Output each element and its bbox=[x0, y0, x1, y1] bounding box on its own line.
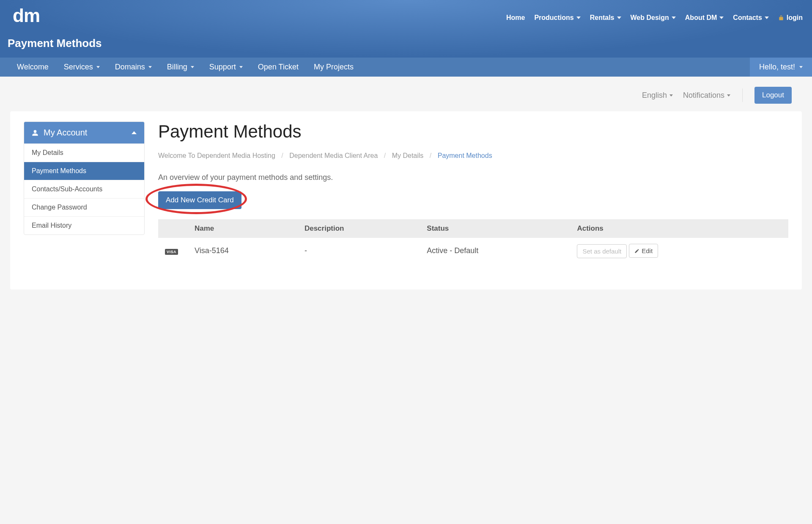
breadcrumb-item[interactable]: My Details bbox=[392, 152, 424, 159]
card-name: Visa-5164 bbox=[188, 238, 298, 264]
divider bbox=[742, 88, 743, 102]
nav-contacts[interactable]: Contacts bbox=[733, 14, 768, 22]
nav-my-projects[interactable]: My Projects bbox=[314, 63, 354, 72]
sidebar-header[interactable]: My Account bbox=[24, 122, 144, 143]
add-credit-card-button[interactable]: Add New Credit Card bbox=[158, 191, 241, 209]
top-header: dm Home Productions Rentals Web Design A… bbox=[0, 0, 812, 58]
nav-rentals[interactable]: Rentals bbox=[590, 14, 621, 22]
table-header-status: Status bbox=[420, 219, 570, 238]
nav-billing[interactable]: Billing bbox=[167, 63, 194, 72]
sidebar-item-email-history[interactable]: Email History bbox=[24, 216, 144, 234]
card-description: - bbox=[298, 238, 420, 264]
user-icon bbox=[32, 129, 38, 137]
language-selector[interactable]: English bbox=[642, 91, 673, 100]
breadcrumb-current: Payment Methods bbox=[438, 152, 492, 159]
table-header-actions: Actions bbox=[570, 219, 788, 238]
table-header-name: Name bbox=[188, 219, 298, 238]
caret-down-icon bbox=[239, 66, 243, 68]
page-title: Payment Methods bbox=[7, 25, 805, 50]
page-heading: Payment Methods bbox=[158, 121, 788, 142]
visa-icon: VISA bbox=[165, 249, 178, 255]
sidebar-item-payment-methods[interactable]: Payment Methods bbox=[24, 162, 144, 180]
payment-methods-table: Name Description Status Actions VISA Vis… bbox=[158, 219, 788, 264]
table-row: VISA Visa-5164 - Active - Default Set as… bbox=[158, 238, 788, 264]
nav-about[interactable]: About DM bbox=[685, 14, 724, 22]
caret-down-icon bbox=[799, 66, 803, 68]
overview-text: An overview of your payment methods and … bbox=[158, 173, 788, 182]
nav-services[interactable]: Services bbox=[64, 63, 100, 72]
table-header-icon bbox=[158, 219, 188, 238]
sidebar-item-contacts[interactable]: Contacts/Sub-Accounts bbox=[24, 180, 144, 198]
nav-open-ticket[interactable]: Open Ticket bbox=[258, 63, 299, 72]
nav-web-design[interactable]: Web Design bbox=[631, 14, 676, 22]
breadcrumb: Welcome To Dependent Media Hosting / Dep… bbox=[158, 152, 788, 160]
main-panel: Payment Methods Welcome To Dependent Med… bbox=[158, 121, 788, 264]
set-default-button: Set as default bbox=[577, 244, 627, 258]
nav-productions[interactable]: Productions bbox=[534, 14, 580, 22]
content: My Account My Details Payment Methods Co… bbox=[10, 111, 802, 290]
nav-welcome[interactable]: Welcome bbox=[17, 63, 49, 72]
nav-home[interactable]: Home bbox=[506, 14, 525, 22]
utility-bar: English Notifications Logout bbox=[0, 77, 812, 111]
pencil-icon bbox=[634, 248, 639, 254]
top-nav: Home Productions Rentals Web Design Abou… bbox=[506, 6, 805, 22]
nav-domains[interactable]: Domains bbox=[115, 63, 152, 72]
caret-down-icon bbox=[727, 94, 730, 97]
table-header-description: Description bbox=[298, 219, 420, 238]
caret-down-icon bbox=[96, 66, 100, 68]
lock-icon bbox=[778, 15, 784, 21]
caret-down-icon bbox=[191, 66, 194, 68]
chevron-down-icon bbox=[672, 17, 676, 19]
sidebar-item-change-password[interactable]: Change Password bbox=[24, 198, 144, 216]
breadcrumb-item[interactable]: Welcome To Dependent Media Hosting bbox=[158, 152, 275, 159]
secondary-nav: Welcome Services Domains Billing Support… bbox=[0, 58, 812, 77]
sidebar: My Account My Details Payment Methods Co… bbox=[24, 121, 145, 235]
nav-login[interactable]: login bbox=[778, 14, 803, 22]
card-status: Active - Default bbox=[420, 238, 570, 264]
sidebar-item-my-details[interactable]: My Details bbox=[24, 143, 144, 162]
chevron-down-icon bbox=[719, 17, 724, 19]
edit-button[interactable]: Edit bbox=[629, 244, 658, 258]
chevron-down-icon bbox=[617, 17, 621, 19]
caret-down-icon bbox=[148, 66, 152, 68]
nav-support[interactable]: Support bbox=[209, 63, 243, 72]
user-menu[interactable]: Hello, test! bbox=[750, 58, 812, 77]
chevron-down-icon bbox=[765, 17, 769, 19]
chevron-up-icon bbox=[132, 131, 137, 134]
breadcrumb-item[interactable]: Dependent Media Client Area bbox=[289, 152, 378, 159]
chevron-down-icon bbox=[576, 17, 581, 19]
logout-button[interactable]: Logout bbox=[754, 87, 792, 104]
logo[interactable]: dm bbox=[7, 6, 40, 25]
caret-down-icon bbox=[669, 94, 673, 97]
notifications-menu[interactable]: Notifications bbox=[683, 91, 730, 100]
